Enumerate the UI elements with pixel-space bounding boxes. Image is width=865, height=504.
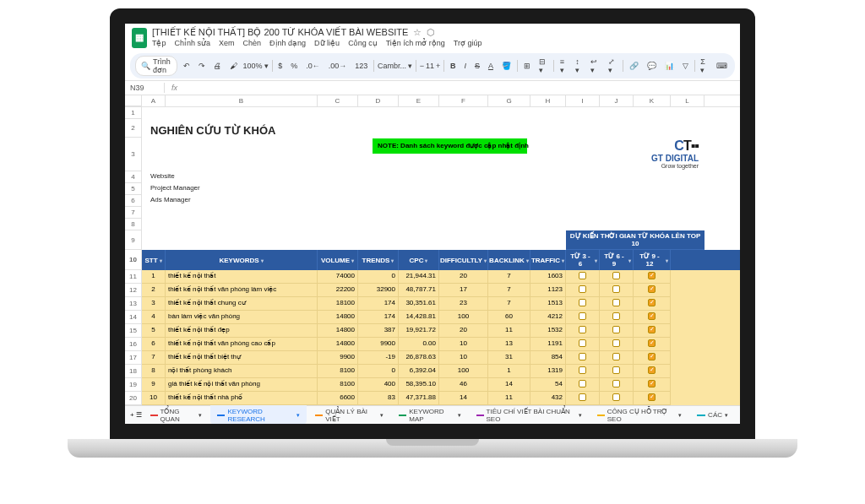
table-cell[interactable]: 48,787.71 bbox=[399, 284, 439, 297]
row-header[interactable]: 7 bbox=[125, 207, 142, 219]
table-cell[interactable]: 7 bbox=[488, 284, 530, 297]
table-cell[interactable]: 2 bbox=[142, 284, 166, 297]
table-cell[interactable] bbox=[600, 365, 634, 378]
checkbox[interactable] bbox=[612, 380, 620, 387]
table-cell[interactable] bbox=[600, 351, 634, 365]
table-cell[interactable]: 17 bbox=[439, 284, 488, 297]
search-menu[interactable]: 🔍 Trình đơn bbox=[135, 56, 177, 76]
table-cell[interactable]: 6600 bbox=[318, 392, 358, 405]
table-row[interactable]: 188nội thất phòng khách810006,392.041001… bbox=[125, 365, 740, 378]
table-cell[interactable]: 74000 bbox=[318, 270, 358, 284]
table-cell[interactable]: 32900 bbox=[358, 284, 399, 297]
table-cell[interactable]: 854 bbox=[530, 351, 566, 365]
checkbox[interactable] bbox=[612, 312, 620, 320]
checkbox[interactable] bbox=[648, 393, 656, 401]
table-cell[interactable] bbox=[600, 392, 634, 405]
row-header[interactable]: 17 bbox=[125, 351, 142, 365]
all-sheets-button[interactable]: ☰ bbox=[136, 411, 142, 419]
col-header-K[interactable]: K bbox=[634, 95, 671, 106]
table-cell[interactable]: 9 bbox=[142, 378, 166, 392]
header-tr[interactable]: TRENDS▾ bbox=[358, 250, 399, 270]
table-cell[interactable]: 7 bbox=[142, 351, 166, 365]
header-t912[interactable]: TỪ 9 - 12▾ bbox=[634, 250, 671, 270]
move-icon[interactable]: ⬡ bbox=[427, 27, 435, 38]
table-cell[interactable]: 14800 bbox=[318, 311, 358, 324]
col-header-H[interactable]: H bbox=[530, 95, 566, 106]
checkbox[interactable] bbox=[579, 339, 586, 347]
table-cell[interactable]: thiết kế nội thất nhà phố bbox=[166, 392, 318, 405]
table-cell[interactable]: 1603 bbox=[530, 270, 566, 284]
checkbox[interactable] bbox=[612, 299, 620, 306]
table-cell[interactable]: 58,395.10 bbox=[399, 378, 439, 392]
table-cell[interactable]: 8 bbox=[142, 365, 166, 378]
table-cell[interactable]: 54 bbox=[530, 378, 566, 392]
h-align-button[interactable]: ≡ ▾ bbox=[558, 56, 570, 76]
spacer[interactable] bbox=[142, 138, 370, 171]
table-cell[interactable]: 14 bbox=[439, 392, 488, 405]
table-cell[interactable]: 387 bbox=[358, 324, 399, 338]
table-cell[interactable]: 19,921.72 bbox=[399, 324, 439, 338]
header-t36[interactable]: TỪ 3 - 6▾ bbox=[566, 250, 600, 270]
header-stt[interactable]: STT▾ bbox=[142, 250, 166, 270]
checkbox[interactable] bbox=[648, 285, 656, 293]
checkbox[interactable] bbox=[648, 299, 656, 306]
table-cell[interactable] bbox=[566, 365, 600, 378]
row-header[interactable]: 4 bbox=[125, 171, 142, 183]
merge-button[interactable]: ⊟ ▾ bbox=[536, 56, 550, 76]
select-all-corner[interactable] bbox=[125, 95, 142, 106]
col-header-F[interactable]: F bbox=[439, 95, 488, 106]
table-cell[interactable] bbox=[634, 365, 671, 378]
row-header[interactable]: 8 bbox=[125, 219, 142, 230]
empty-cell[interactable] bbox=[142, 207, 716, 219]
table-cell[interactable]: 6 bbox=[142, 338, 166, 351]
undo-button[interactable]: ↶ bbox=[181, 60, 193, 72]
table-cell[interactable] bbox=[634, 392, 671, 405]
sheet-tab[interactable]: TIÊU CHÍ VIẾT BÀI CHUẨN SEO▾ bbox=[470, 405, 589, 425]
checkbox[interactable] bbox=[612, 353, 620, 360]
print-button[interactable]: 🖨 bbox=[211, 60, 224, 72]
italic-button[interactable]: I bbox=[461, 60, 469, 72]
comment-button[interactable]: 💬 bbox=[645, 60, 659, 72]
checkbox[interactable] bbox=[579, 353, 586, 360]
dec-increase-button[interactable]: .00→ bbox=[326, 60, 350, 72]
table-cell[interactable]: 10 bbox=[439, 338, 488, 351]
table-cell[interactable] bbox=[566, 378, 600, 392]
keyboard-button[interactable]: ⌨ bbox=[714, 60, 730, 72]
bold-button[interactable]: B bbox=[448, 60, 459, 72]
table-row[interactable]: 199giá thiết kế nội thất văn phòng810040… bbox=[125, 378, 740, 392]
menu-chèn[interactable]: Chèn bbox=[243, 39, 262, 47]
table-cell[interactable]: 46 bbox=[439, 378, 488, 392]
header-vol[interactable]: VOLUME▾ bbox=[318, 250, 358, 270]
table-cell[interactable] bbox=[566, 270, 600, 284]
menu-trợ giúp[interactable]: Trợ giúp bbox=[454, 39, 482, 47]
table-cell[interactable]: 0 bbox=[358, 270, 399, 284]
header-diff[interactable]: DIFFICULTLY▾ bbox=[439, 250, 488, 270]
header-t69[interactable]: TỪ 6 - 9▾ bbox=[600, 250, 634, 270]
redo-button[interactable]: ↷ bbox=[196, 60, 208, 72]
table-row[interactable]: 133thiết kế nội thất chung cư1810017430,… bbox=[125, 297, 740, 311]
sheet-tab[interactable]: CÁC▾ bbox=[690, 405, 735, 425]
table-cell[interactable]: 20 bbox=[439, 270, 488, 284]
row-header[interactable]: 13 bbox=[125, 297, 142, 311]
zoom-select[interactable]: 100% ▾ bbox=[243, 62, 269, 70]
row-header[interactable]: 5 bbox=[125, 183, 142, 195]
table-cell[interactable]: 100 bbox=[439, 311, 488, 324]
col-header-E[interactable]: E bbox=[399, 95, 439, 106]
sheet-tab[interactable]: KEYWORD MAP▾ bbox=[392, 405, 467, 425]
checkbox[interactable] bbox=[579, 312, 586, 320]
table-cell[interactable] bbox=[600, 338, 634, 351]
row-header[interactable]: 10 bbox=[125, 250, 142, 270]
checkbox[interactable] bbox=[612, 393, 620, 401]
checkbox[interactable] bbox=[579, 393, 586, 401]
table-cell[interactable]: thiết kế nội thất chung cư bbox=[166, 297, 318, 311]
col-header-D[interactable]: D bbox=[358, 95, 399, 106]
table-cell[interactable]: 26,878.63 bbox=[399, 351, 439, 365]
row-header[interactable]: 12 bbox=[125, 284, 142, 297]
table-cell[interactable] bbox=[634, 297, 671, 311]
checkbox[interactable] bbox=[579, 272, 586, 279]
checkbox[interactable] bbox=[612, 326, 620, 333]
header-kw[interactable]: KEYWORDS▾ bbox=[166, 250, 318, 270]
fill-color-button[interactable]: 🪣 bbox=[499, 60, 514, 72]
table-cell[interactable] bbox=[600, 284, 634, 297]
row-header[interactable]: 14 bbox=[125, 311, 142, 324]
